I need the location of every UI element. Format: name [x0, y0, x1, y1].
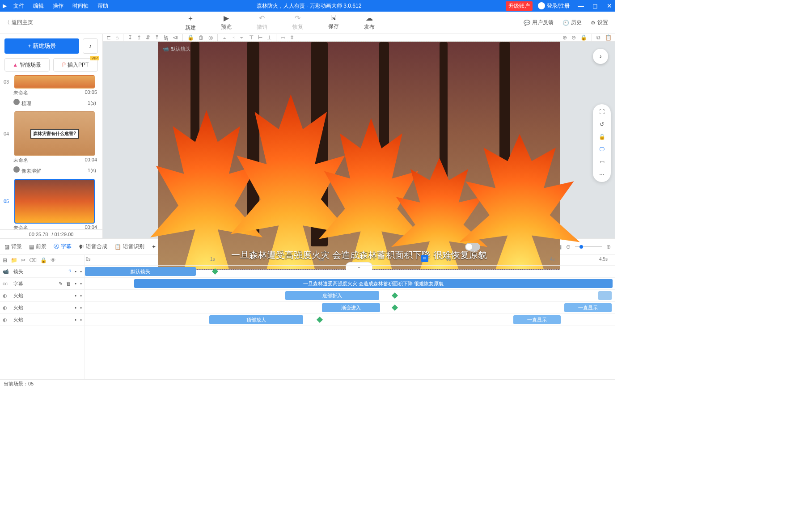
- dist-h-icon[interactable]: ⇿: [281, 34, 285, 41]
- menu-action[interactable]: 操作: [48, 2, 68, 10]
- track-row-camera[interactable]: 📹镜头?••: [0, 266, 85, 278]
- tab-foreground[interactable]: ▤前景: [29, 243, 47, 250]
- paste-icon[interactable]: 📋: [605, 34, 612, 41]
- keyframe-icon[interactable]: [392, 305, 398, 311]
- kf-dot[interactable]: •: [80, 293, 82, 298]
- new-scene-button[interactable]: + 新建场景: [4, 38, 79, 54]
- menu-edit[interactable]: 编辑: [29, 2, 48, 10]
- align-bottom-icon[interactable]: ↧: [128, 34, 132, 41]
- add-track-icon[interactable]: ⊞: [3, 257, 7, 263]
- keyframe-icon[interactable]: [317, 317, 323, 323]
- zoom-out-icon[interactable]: ⊖: [571, 34, 576, 41]
- ai-scene-button[interactable]: ▲智能场景: [4, 58, 50, 72]
- play-transition-icon[interactable]: [13, 166, 20, 173]
- kf-dot[interactable]: •: [80, 317, 82, 322]
- clip-effect[interactable]: 渐变进入: [322, 303, 380, 312]
- help-icon[interactable]: ?: [68, 269, 71, 274]
- flip-h-icon[interactable]: ⧎: [164, 34, 168, 41]
- scene-thumbnail[interactable]: 森林灾害有什么危害?: [14, 111, 95, 156]
- del-icon[interactable]: ⌫: [29, 257, 37, 263]
- snap-toggle[interactable]: [465, 243, 480, 251]
- align-vcenter-icon[interactable]: ⇵: [146, 34, 150, 41]
- feedback-button[interactable]: 💬用户反馈: [524, 19, 554, 26]
- kf-dot[interactable]: •: [75, 281, 76, 286]
- track-lane[interactable]: 底部折入: [85, 290, 615, 302]
- lock2-icon[interactable]: 🔒: [580, 34, 587, 41]
- undo-button[interactable]: ↶撤销: [253, 14, 271, 32]
- preview-button[interactable]: ▶预览: [217, 14, 235, 32]
- keyframe-icon[interactable]: [392, 292, 398, 299]
- kf-dot[interactable]: •: [75, 305, 76, 310]
- lock3-icon[interactable]: 🔒: [40, 257, 47, 263]
- unlock-icon[interactable]: 🔓: [599, 134, 605, 140]
- menu-timeline[interactable]: 时间轴: [68, 2, 93, 10]
- delete-icon[interactable]: 🗑: [199, 34, 204, 41]
- clip-label-block[interactable]: [598, 291, 612, 300]
- tab-subtitle[interactable]: Ⓐ字幕: [54, 243, 72, 250]
- save-button[interactable]: 🖫保存: [325, 14, 343, 32]
- align-b-icon[interactable]: ⊥: [267, 34, 271, 41]
- play-transition-icon[interactable]: [13, 99, 20, 105]
- more-icon[interactable]: ⋯: [599, 171, 605, 178]
- playhead[interactable]: [425, 255, 425, 379]
- target-icon[interactable]: ◎: [208, 34, 213, 41]
- login-button[interactable]: 登录/注册: [535, 2, 572, 10]
- music-button[interactable]: ♪: [83, 38, 98, 54]
- scene-thumbnail[interactable]: [14, 179, 95, 224]
- align-center-icon[interactable]: ⫞: [232, 34, 235, 41]
- kf-dot[interactable]: •: [75, 293, 76, 298]
- clip-subtitle[interactable]: 一旦森林遭受高强度火灾 会造成森林蓄积面积下降 很难恢复原貌: [134, 279, 613, 288]
- scene-item[interactable]: 04森林灾害有什么危害? 未命名00:04 像素溶解1(s): [4, 111, 99, 176]
- kf-dot[interactable]: •: [80, 269, 82, 274]
- clip-camera[interactable]: 默认镜头: [85, 267, 196, 276]
- new-button[interactable]: ＋新建: [182, 14, 199, 32]
- kf-dot[interactable]: •: [75, 317, 76, 322]
- track-row-flame[interactable]: ◐火焰••: [0, 314, 85, 326]
- zoom-in-icon[interactable]: ⊕: [562, 34, 567, 41]
- track-row-flame[interactable]: ◐火焰••: [0, 302, 85, 314]
- edit-icon[interactable]: ✎: [59, 281, 63, 287]
- maximize-icon[interactable]: ◻: [589, 2, 601, 9]
- rotate-icon[interactable]: ↺: [600, 121, 604, 127]
- stage-music-button[interactable]: ♪: [593, 49, 608, 64]
- kf-dot[interactable]: •: [80, 305, 82, 310]
- track-row-subtitle[interactable]: cc字幕✎🗑••: [0, 278, 85, 290]
- scene-item[interactable]: 03 未命名00:05 梳理1(s): [4, 75, 99, 109]
- insert-ppt-button[interactable]: P插入PPTVIP: [53, 58, 98, 72]
- track-lane[interactable]: 一旦森林遭受高强度火灾 会造成森林蓄积面积下降 很难恢复原貌: [85, 278, 615, 290]
- flip-v-icon[interactable]: ⧏: [173, 34, 178, 41]
- safe-zone-icon[interactable]: ▭: [600, 159, 605, 165]
- settings-button[interactable]: ⚙设置: [591, 19, 608, 26]
- kf-dot[interactable]: •: [75, 269, 76, 274]
- redo-button[interactable]: ↷恢复: [289, 14, 307, 32]
- eye-icon[interactable]: 👁: [51, 257, 56, 263]
- track-lane[interactable]: 渐变进入 一直显示: [85, 302, 615, 314]
- history-button[interactable]: 🕘历史: [562, 19, 582, 26]
- lock-icon[interactable]: 🔒: [187, 34, 194, 41]
- align-m-icon[interactable]: ⊢: [258, 34, 262, 41]
- upgrade-button[interactable]: 升级账户: [506, 1, 533, 11]
- align-top2-icon[interactable]: ⤒: [155, 34, 159, 41]
- time-ruler[interactable]: 0s 1s 2s 3s 4s 4.5s: [85, 255, 615, 266]
- copy-icon[interactable]: ⧉: [596, 34, 601, 41]
- display-icon[interactable]: 🖵: [599, 146, 605, 152]
- ruler-icon[interactable]: ⊏: [106, 34, 111, 41]
- menu-file[interactable]: 文件: [9, 2, 29, 10]
- canvas-viewport[interactable]: 📹默认镜头 一旦森林遭受高强度火灾 会造成森林蓄积面积下降 很难恢复: [103, 42, 615, 270]
- align-left-icon[interactable]: ⫠: [222, 34, 228, 41]
- minimize-icon[interactable]: —: [575, 2, 587, 9]
- fullscreen-icon[interactable]: ⛶: [599, 109, 605, 115]
- zoom-slider[interactable]: [575, 246, 602, 247]
- clip-effect[interactable]: 顶部放大: [209, 315, 303, 324]
- track-lane[interactable]: 默认镜头: [85, 266, 615, 278]
- close-icon[interactable]: ✕: [604, 2, 615, 9]
- align-right-icon[interactable]: ⫟: [239, 34, 245, 41]
- home-icon[interactable]: ⌂: [115, 34, 118, 41]
- clip-effect[interactable]: 底部折入: [285, 291, 379, 300]
- publish-button[interactable]: ☁发布: [360, 14, 378, 32]
- clip-keep[interactable]: 一直显示: [513, 315, 561, 324]
- scene-item[interactable]: 05 未命名00:04 行铺1(s): [4, 179, 99, 229]
- del-icon[interactable]: 🗑: [66, 281, 71, 286]
- folder-icon[interactable]: 📁: [11, 257, 17, 263]
- align-top-icon[interactable]: ↥: [137, 34, 141, 41]
